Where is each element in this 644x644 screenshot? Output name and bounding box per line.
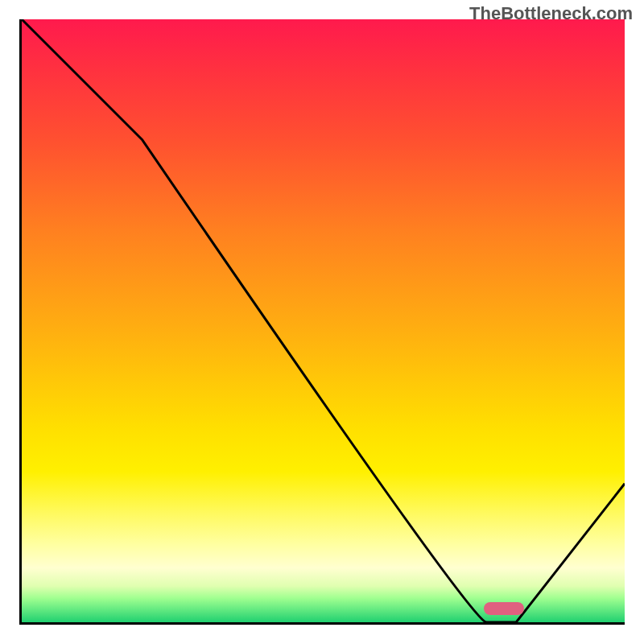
optimal-marker (484, 602, 524, 615)
watermark-text: TheBottleneck.com (469, 3, 633, 24)
chart-container: TheBottleneck.com (0, 0, 644, 644)
line-curve (22, 19, 625, 622)
plot-area (19, 19, 625, 625)
